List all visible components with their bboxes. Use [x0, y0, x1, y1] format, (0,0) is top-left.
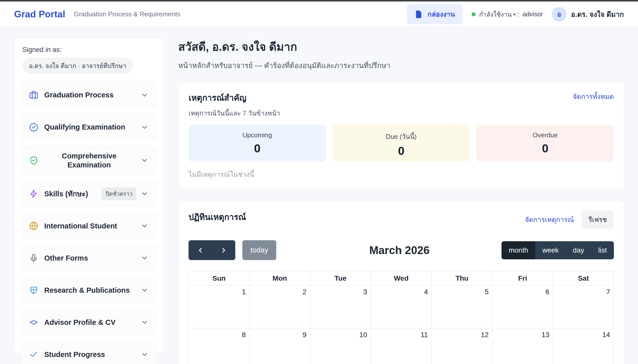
day-cell[interactable]: 5 [432, 285, 492, 328]
session-status: กำลังใช้งาน • : advisor [472, 9, 543, 19]
user-chip[interactable]: อ อ.ดร. จงใจ ดีมาก [552, 7, 624, 22]
sidebar-item-research-publications[interactable]: Research & Publications [21, 278, 156, 303]
sidebar-item-skills[interactable]: Skills (ทักษะ) ปิดชั่วคราว [21, 181, 156, 207]
microphone-icon [29, 254, 38, 263]
view-day-button[interactable]: day [566, 241, 591, 259]
day-header-sun: Sun [189, 271, 250, 285]
chevron-right-icon [220, 247, 227, 254]
shield-grid-icon [29, 286, 38, 295]
shield-check-icon [29, 156, 38, 165]
day-cell[interactable]: 7 [553, 285, 614, 328]
events-title: เหตุการณ์สำคัญ [189, 91, 246, 104]
events-subtitle: เหตุการณ์วันนี้และ 7 วันข้างหน้า [189, 108, 614, 118]
today-button[interactable]: today [242, 240, 276, 260]
day-cell[interactable]: 8 [189, 328, 250, 364]
main-content: สวัสดี, อ.ดร. จงใจ ดีมาก หน้าหลักสำหรับอ… [178, 38, 624, 364]
chevron-down-icon [141, 91, 149, 99]
day-cell[interactable]: 4 [371, 285, 432, 328]
calendar-card: ปฏิทินเหตุการณ์ จัดการเหตุการณ์ รีเฟรช [178, 201, 624, 364]
signed-in-pill: อ.ดร. จงใจ ดีมาก · อาจารย์ที่ปรึกษา [22, 58, 133, 74]
sidebar-item-advisor-profile-cv[interactable]: Advisor Profile & CV [21, 310, 156, 335]
inbox-button-label: กล่องงาน [428, 9, 455, 20]
calendar-title: ปฏิทินเหตุการณ์ [189, 210, 246, 224]
sidebar-item-label: International Student [44, 221, 136, 230]
sidebar-item-label: Qualifying Examination [44, 123, 136, 132]
stat-value: 0 [476, 142, 614, 155]
day-cell[interactable]: 2 [249, 285, 310, 328]
day-cell[interactable]: 1 [189, 285, 250, 328]
refresh-button[interactable]: รีเฟรช [581, 210, 614, 229]
chevron-down-icon [141, 254, 149, 262]
day-cell[interactable]: 10 [310, 328, 371, 364]
chevron-down-icon [141, 190, 149, 198]
stat-upcoming: Upcoming 0 [189, 125, 326, 161]
day-cell[interactable]: 14 [553, 328, 614, 364]
sidebar-item-student-progress[interactable]: Student Progress [21, 342, 156, 364]
zap-icon [29, 189, 38, 198]
sidebar-item-label: Research & Publications [44, 286, 136, 295]
diamond-icon [29, 318, 38, 327]
day-header-mon: Mon [249, 271, 310, 285]
stat-label: Due (วันนี้) [333, 131, 470, 142]
sidebar: Signed in as: อ.ดร. จงใจ ดีมาก · อาจารย์… [14, 38, 164, 354]
chevron-down-icon [141, 222, 149, 230]
day-header-wed: Wed [371, 271, 432, 285]
view-month-button[interactable]: month [502, 241, 535, 259]
sidebar-item-qualifying-examination[interactable]: Qualifying Examination [21, 114, 156, 140]
inbox-button[interactable]: กล่องงาน [407, 4, 463, 24]
day-cell[interactable]: 3 [310, 285, 371, 328]
status-label: กำลังใช้งาน • : [479, 9, 519, 19]
manage-events-link[interactable]: จัดการเหตุการณ์ [525, 214, 574, 225]
stat-value: 0 [333, 144, 470, 158]
day-cell[interactable]: 9 [249, 328, 310, 364]
online-dot-icon [472, 12, 476, 16]
events-card: เหตุการณ์สำคัญ จัดการทั้งหมด เหตุการณ์วั… [178, 82, 624, 189]
brand-logo[interactable]: Grad Portal [14, 9, 65, 20]
closed-badge: ปิดชั่วคราว [102, 188, 136, 200]
chevron-down-icon [141, 350, 149, 358]
signed-in-label: Signed in as: [22, 46, 156, 54]
avatar[interactable]: อ [552, 7, 566, 22]
day-header-thu: Thu [432, 271, 492, 285]
day-cell[interactable]: 13 [492, 328, 553, 364]
sidebar-item-label: Comprehensive Examination [44, 151, 134, 170]
header-subtitle: Graduation Process & Requirements [74, 10, 180, 18]
day-cell[interactable]: 6 [492, 285, 553, 328]
stat-value: 0 [189, 142, 326, 155]
sidebar-item-label: Other Forms [44, 254, 136, 263]
globe-icon [29, 221, 38, 230]
chevron-left-icon [197, 247, 204, 254]
next-month-button[interactable] [212, 240, 235, 260]
view-list-button[interactable]: list [591, 241, 614, 259]
circle-check-icon [29, 123, 38, 132]
sidebar-item-label: Graduation Process [44, 90, 136, 99]
prev-month-button[interactable] [189, 240, 212, 260]
chevron-down-icon [141, 123, 149, 131]
chevron-down-icon [141, 318, 149, 326]
stat-label: Upcoming [189, 131, 326, 139]
stat-overdue: Overdue 0 [476, 125, 614, 161]
sidebar-item-comprehensive-examination[interactable]: Comprehensive Examination [21, 147, 156, 174]
sidebar-item-international-student[interactable]: International Student [21, 213, 156, 239]
page-subtitle: หน้าหลักสำหรับอาจารย์ — คำร้องที่ต้องอนุ… [178, 60, 624, 71]
chevron-down-icon [141, 156, 149, 164]
briefcase-icon [29, 91, 38, 100]
day-cell[interactable]: 11 [371, 328, 432, 364]
view-week-button[interactable]: week [535, 241, 566, 259]
calendar-grid: Sun Mon Tue Wed Thu Fri Sat 1 2 [189, 271, 614, 364]
day-cell[interactable]: 12 [432, 328, 492, 364]
stat-label: Overdue [476, 131, 614, 139]
manage-all-link[interactable]: จัดการทั้งหมด [573, 91, 614, 102]
check-icon [29, 350, 38, 359]
chevron-down-icon [141, 286, 149, 294]
sidebar-item-other-forms[interactable]: Other Forms [21, 246, 156, 271]
sidebar-item-graduation-process[interactable]: Graduation Process [21, 82, 156, 108]
view-switcher: month week day list [502, 241, 614, 259]
page-title: สวัสดี, อ.ดร. จงใจ ดีมาก [178, 38, 624, 56]
stat-due-today: Due (วันนี้) 0 [333, 125, 470, 161]
sidebar-menu: Graduation Process Qualifying Examinatio… [21, 82, 156, 364]
calendar-toolbar: today March 2026 month week day list [189, 240, 614, 260]
status-role: advisor [523, 11, 543, 18]
app-header: Grad Portal Graduation Process & Require… [0, 2, 638, 27]
day-header-sat: Sat [553, 271, 614, 285]
